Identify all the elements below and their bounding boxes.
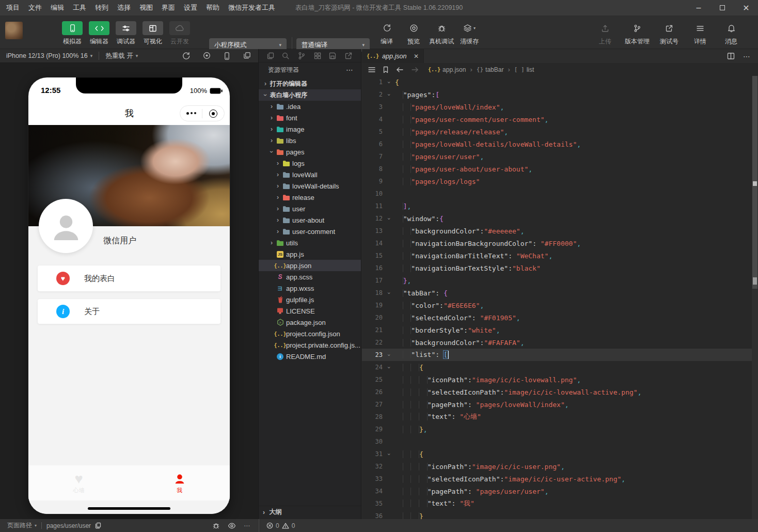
code-line-34[interactable]: 34 "pagePath": "pages/user/user", (362, 485, 758, 497)
eye-icon[interactable] (228, 523, 236, 529)
code-line-15[interactable]: 15 "navigationBarTitleText": "WeChat", (362, 249, 758, 262)
explorer-item-gulpfile.js[interactable]: gulpfile.js (259, 294, 361, 305)
explorer-item-package.json[interactable]: jspackage.json (259, 317, 361, 328)
code-line-25[interactable]: 25 "iconPath":"image/ic/ic-lovewall.png"… (362, 373, 758, 386)
code-line-22[interactable]: 22 "backgroundColor":"#FAFAFA", (362, 336, 758, 349)
code-line-3[interactable]: 3 "pages/loveWall/index", (362, 101, 758, 113)
source-control-icon[interactable] (297, 52, 306, 60)
code-line-5[interactable]: 5 "pages/release/release", (362, 126, 758, 138)
code-line-27[interactable]: 27 "pagePath": "pages/loveWall/index", (362, 398, 758, 411)
消息-button[interactable]: 消息 (720, 21, 743, 46)
wechat-capsule[interactable] (180, 105, 225, 121)
explorer-item-user-about[interactable]: ›user-about (259, 214, 361, 226)
device-select[interactable]: iPhone 12/13 (Pro) 100% 16 ▾ (6, 52, 92, 59)
more-actions-icon[interactable]: ⋯ (244, 522, 250, 529)
explorer-section-打开的编辑器[interactable]: ›打开的编辑器 (259, 78, 361, 89)
back-arrow-icon[interactable] (396, 67, 404, 73)
extensions-icon[interactable] (314, 52, 321, 59)
code-line-24[interactable]: 24› { (362, 361, 758, 373)
debug-icon[interactable] (212, 522, 220, 529)
hot-reload-toggle[interactable]: 热重载 开 ▾ (105, 52, 138, 60)
code-line-11[interactable]: 11 ], (362, 200, 758, 212)
tab-心墙[interactable]: ♥心墙 (28, 465, 129, 500)
code-line-31[interactable]: 31› { (362, 448, 758, 460)
code-line-21[interactable]: 21 "borderStyle":"white", (362, 324, 758, 336)
bookmark-icon[interactable] (383, 66, 389, 73)
tab-我[interactable]: 我 (129, 465, 230, 500)
fold-chevron-icon[interactable]: › (383, 364, 395, 371)
explorer-item-logs[interactable]: ›logs (259, 158, 361, 169)
code-line-1[interactable]: 1›{ (362, 76, 758, 88)
explorer-item-font[interactable]: ›font (259, 112, 361, 123)
code-line-17[interactable]: 17 }, (362, 274, 758, 287)
code-line-16[interactable]: 16 "navigationBarTextStyle":"black" (362, 262, 758, 274)
explorer-item-image[interactable]: ›image (259, 123, 361, 135)
phone-simulator[interactable]: 12:55 100% 我 微信用户 ♥我的表白i关于 (28, 77, 230, 514)
explorer-item-loveWall-details[interactable]: ›loveWall-details (259, 180, 361, 192)
more-actions-icon[interactable]: ⋯ (346, 66, 354, 74)
menu-item-my-confessions[interactable]: ♥我的表白 (38, 265, 220, 291)
fold-chevron-icon[interactable]: › (383, 451, 395, 458)
详情-button[interactable]: 详情 (689, 21, 712, 46)
fold-chevron-icon[interactable]: › (383, 352, 395, 358)
explorer-item-app.js[interactable]: JSapp.js (259, 248, 361, 260)
explorer-item-libs[interactable]: ›libs (259, 135, 361, 146)
code-line-29[interactable]: 29 }, (362, 423, 758, 435)
maximize-button[interactable] (710, 0, 734, 15)
code-line-10[interactable]: 10 (362, 187, 758, 200)
fold-chevron-icon[interactable]: › (383, 290, 395, 296)
menu-item-about[interactable]: i关于 (38, 299, 220, 324)
fold-chevron-icon[interactable]: › (383, 79, 395, 86)
code-line-30[interactable]: 30 (362, 435, 758, 448)
explorer-item-project.config.json[interactable]: {..}project.config.json (259, 328, 361, 339)
code-line-35[interactable]: 35 "text": "我" (362, 497, 758, 510)
explorer-item-app.json[interactable]: {..}app.json (259, 260, 361, 271)
explorer-item-release[interactable]: ›release (259, 192, 361, 203)
outline-section[interactable]: › 大纲 (259, 506, 361, 518)
menu-item-项目[interactable]: 项目 (6, 3, 20, 12)
restart-icon[interactable] (182, 52, 191, 60)
code-line-26[interactable]: 26 "selectedIconPath":"image/ic/ic-lovew… (362, 386, 758, 398)
code-line-12[interactable]: 12› "window":{ (362, 212, 758, 225)
code-line-7[interactable]: 7 "pages/user/user", (362, 150, 758, 163)
code-line-32[interactable]: 32 "iconPath":"image/ic/ic-user.png", (362, 460, 758, 473)
测试号-button[interactable]: 测试号 (658, 21, 681, 46)
explorer-item-pages[interactable]: ›pages (259, 146, 361, 158)
fold-chevron-icon[interactable]: › (383, 215, 395, 222)
调试器-button[interactable]: 调试器 (115, 21, 137, 46)
outline-list-icon[interactable] (368, 67, 375, 73)
code-line-2[interactable]: 2› "pages":[ (362, 88, 758, 101)
预览-button[interactable]: 预览 (402, 21, 425, 46)
menu-item-视图[interactable]: 视图 (139, 3, 153, 12)
explorer-item-user[interactable]: ›user (259, 203, 361, 214)
user-avatar-circle[interactable] (39, 199, 93, 253)
code-line-20[interactable]: 20 "selectedColor": "#F01905", (362, 311, 758, 324)
menu-item-转到[interactable]: 转到 (95, 3, 108, 12)
copy-icon[interactable] (95, 522, 101, 529)
split-editor-icon[interactable] (727, 52, 735, 60)
menu-item-编辑[interactable]: 编辑 (51, 3, 64, 12)
breadcrumb-item-list[interactable]: [ ]list (514, 66, 534, 73)
menu-item-微信开发者工具[interactable]: 微信开发者工具 (228, 3, 275, 12)
menu-item-文件[interactable]: 文件 (28, 3, 42, 12)
code-line-23[interactable]: 23› "list": [ (362, 349, 758, 361)
explorer-item-.idea[interactable]: ›.idea (259, 101, 361, 112)
open-external-icon[interactable] (344, 52, 353, 60)
multi-window-icon[interactable] (243, 52, 251, 60)
explorer-item-user-comment[interactable]: ›user-comment (259, 226, 361, 237)
stop-icon[interactable] (203, 52, 211, 60)
close-icon[interactable]: ✕ (414, 53, 419, 60)
forward-arrow-icon[interactable] (411, 67, 419, 73)
editor-scrollbar[interactable] (752, 76, 758, 519)
code-line-4[interactable]: 4 "pages/user-comment/user-comment", (362, 113, 758, 126)
menu-item-设置[interactable]: 设置 (184, 3, 197, 12)
explorer-item-README.md[interactable]: iREADME.md (259, 351, 361, 362)
explorer-item-project.private.config.js...[interactable]: {..}project.private.config.js... (259, 339, 361, 351)
code-line-14[interactable]: 14 "navigationBarBackgroundColor": "#FF0… (362, 237, 758, 249)
explorer-item-LICENSE[interactable]: LICENSE (259, 305, 361, 317)
search-icon[interactable] (282, 52, 289, 59)
explorer-section-表白墙小程序[interactable]: ›表白墙小程序 (259, 89, 361, 101)
编辑器-button[interactable]: 编辑器 (88, 21, 110, 46)
minimize-button[interactable]: – (687, 0, 710, 15)
fold-chevron-icon[interactable]: › (383, 91, 395, 98)
